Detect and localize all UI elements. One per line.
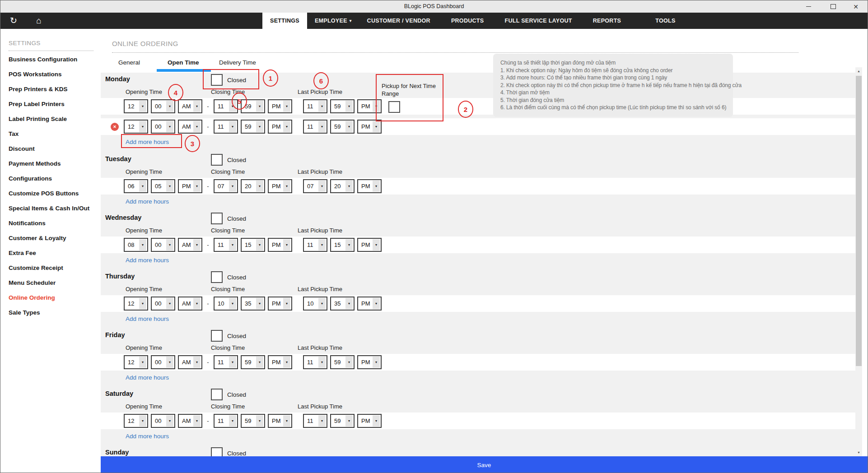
last-pickup-ampm-select[interactable]: PM▾ — [357, 179, 382, 193]
sidebar-item-pos-workstations[interactable]: POS Workstations — [9, 70, 62, 79]
last-pickup-hour-select[interactable]: 10▾ — [303, 297, 327, 311]
closing-hour-select[interactable]: 11▾ — [214, 238, 238, 252]
sidebar-item-sale-types[interactable]: Sale Types — [9, 308, 40, 317]
opening-minute-select[interactable]: 00▾ — [151, 414, 175, 428]
closing-minute-select[interactable]: 59▾ — [241, 414, 265, 428]
nav-item-tools[interactable]: TOOLS — [648, 13, 683, 29]
closing-hour-select[interactable]: 11▾ — [214, 355, 238, 369]
sidebar-item-configurations[interactable]: Configurations — [9, 174, 52, 183]
sidebar-item-prep-label-printers[interactable]: Prep Label Printers — [9, 100, 65, 109]
closing-minute-select[interactable]: 59▾ — [241, 355, 265, 369]
closed-checkbox[interactable] — [211, 330, 223, 342]
opening-hour-select[interactable]: 08▾ — [124, 238, 148, 252]
closed-checkbox[interactable] — [211, 213, 223, 224]
opening-minute-select[interactable]: 00▾ — [151, 99, 175, 113]
sidebar-item-online-ordering[interactable]: Online Ordering — [9, 293, 55, 302]
last-pickup-ampm-select[interactable]: PM▾ — [357, 414, 382, 428]
opening-ampm-select[interactable]: AM▾ — [178, 297, 202, 311]
nav-item-products[interactable]: PRODUCTS — [443, 13, 492, 29]
add-more-hours-link[interactable]: Add more hours — [126, 257, 169, 264]
vertical-scrollbar[interactable]: ▲ ▼ — [855, 67, 862, 456]
opening-ampm-select[interactable]: AM▾ — [178, 414, 202, 428]
closing-minute-select[interactable]: 59▾ — [241, 99, 265, 113]
add-more-hours-link[interactable]: Add more hours — [126, 198, 169, 205]
sidebar-item-customize-receipt[interactable]: Customize Receipt — [9, 264, 63, 273]
save-button[interactable]: Save — [101, 456, 868, 473]
opening-ampm-select[interactable]: AM▾ — [178, 355, 202, 369]
closing-ampm-select[interactable]: PM▾ — [268, 99, 292, 113]
last-pickup-minute-select[interactable]: 59▾ — [330, 355, 355, 369]
closing-ampm-select[interactable]: PM▾ — [268, 120, 292, 134]
closing-minute-select[interactable]: 15▾ — [241, 238, 265, 252]
closing-ampm-select[interactable]: PM▾ — [268, 297, 292, 311]
last-pickup-hour-select[interactable]: 11▾ — [303, 120, 327, 134]
closing-hour-select[interactable]: 07▾ — [214, 179, 238, 193]
closed-checkbox[interactable] — [211, 154, 223, 166]
opening-ampm-select[interactable]: AM▾ — [178, 238, 202, 252]
scrollbar-thumb[interactable] — [856, 76, 862, 366]
scroll-down-icon[interactable]: ▼ — [855, 449, 862, 456]
opening-ampm-select[interactable]: AM▾ — [178, 120, 202, 134]
opening-ampm-select[interactable]: AM▾ — [178, 99, 202, 113]
last-pickup-hour-select[interactable]: 11▾ — [303, 414, 327, 428]
last-pickup-hour-select[interactable]: 11▾ — [303, 238, 327, 252]
opening-hour-select[interactable]: 12▾ — [124, 355, 148, 369]
closing-minute-select[interactable]: 59▾ — [241, 120, 265, 134]
closed-checkbox[interactable] — [211, 271, 223, 283]
sidebar-item-discount[interactable]: Discount — [9, 144, 35, 153]
home-icon[interactable]: ⌂ — [32, 13, 46, 29]
closed-checkbox[interactable] — [211, 74, 223, 86]
sidebar-item-menu-scheduler[interactable]: Menu Scheduler — [9, 278, 56, 288]
nav-item-customer-vendor[interactable]: CUSTOMER / VENDOR — [359, 13, 438, 29]
last-pickup-hour-select[interactable]: 07▾ — [303, 179, 327, 193]
last-pickup-hour-select[interactable]: 11▾ — [303, 99, 327, 113]
opening-minute-select[interactable]: 00▾ — [151, 120, 175, 134]
minimize-button[interactable] — [801, 0, 816, 13]
close-button[interactable]: ✕ — [848, 0, 863, 13]
sidebar-item-label-printing-scale[interactable]: Label Printing Scale — [9, 115, 67, 124]
scroll-up-icon[interactable]: ▲ — [855, 67, 862, 75]
last-pickup-ampm-select[interactable]: PM▾ — [357, 238, 382, 252]
tab-delivery-time[interactable]: Delivery Time — [219, 57, 256, 69]
opening-minute-select[interactable]: 00▾ — [151, 238, 175, 252]
opening-minute-select[interactable]: 00▾ — [151, 297, 175, 311]
opening-hour-select[interactable]: 12▾ — [124, 414, 148, 428]
opening-hour-select[interactable]: 12▾ — [124, 297, 148, 311]
sidebar-item-extra-fee[interactable]: Extra Fee — [9, 249, 36, 258]
closing-ampm-select[interactable]: PM▾ — [268, 355, 292, 369]
closing-minute-select[interactable]: 35▾ — [241, 297, 265, 311]
add-more-hours-link[interactable]: Add more hours — [126, 139, 169, 145]
tab-open-time[interactable]: Open Time — [168, 57, 199, 69]
sidebar-item-tax[interactable]: Tax — [9, 130, 19, 139]
opening-minute-select[interactable]: 00▾ — [151, 355, 175, 369]
last-pickup-ampm-select[interactable]: PM▾ — [357, 120, 382, 134]
sidebar-item-customer-loyalty[interactable]: Customer & Loyalty — [9, 234, 66, 243]
sidebar-item-payment-methods[interactable]: Payment Methods — [9, 159, 61, 168]
closing-ampm-select[interactable]: PM▾ — [268, 414, 292, 428]
closing-hour-select[interactable]: 10▾ — [214, 297, 238, 311]
add-more-hours-link[interactable]: Add more hours — [126, 374, 169, 381]
closing-hour-select[interactable]: 11▾ — [214, 99, 238, 113]
sidebar-item-business-configuration[interactable]: Business Configuration — [9, 55, 77, 64]
closing-ampm-select[interactable]: PM▾ — [268, 179, 292, 193]
last-pickup-minute-select[interactable]: 20▾ — [330, 179, 355, 193]
last-pickup-minute-select[interactable]: 15▾ — [330, 238, 355, 252]
tab-general[interactable]: General — [118, 57, 140, 69]
closing-hour-select[interactable]: 11▾ — [214, 414, 238, 428]
opening-minute-select[interactable]: 05▾ — [151, 179, 175, 193]
sidebar-item-prep-printers-kds[interactable]: Prep Printers & KDS — [9, 85, 68, 94]
add-more-hours-link[interactable]: Add more hours — [126, 433, 169, 440]
nav-item-full-service-layout[interactable]: FULL SERVICE LAYOUT — [497, 13, 579, 29]
opening-ampm-select[interactable]: PM▾ — [178, 179, 202, 193]
closing-hour-select[interactable]: 11▾ — [214, 120, 238, 134]
opening-hour-select[interactable]: 12▾ — [124, 120, 148, 134]
last-pickup-ampm-select[interactable]: PM▾ — [357, 355, 382, 369]
sidebar-item-special-items-cash-in-out[interactable]: Special Items & Cash In/Out — [9, 204, 89, 213]
refresh-icon[interactable]: ↻ — [7, 13, 20, 29]
last-pickup-minute-select[interactable]: 59▾ — [330, 120, 355, 134]
last-pickup-hour-select[interactable]: 11▾ — [303, 355, 327, 369]
last-pickup-minute-select[interactable]: 59▾ — [330, 414, 355, 428]
closing-minute-select[interactable]: 20▾ — [241, 179, 265, 193]
last-pickup-minute-select[interactable]: 59▾ — [330, 99, 355, 113]
opening-hour-select[interactable]: 12▾ — [124, 99, 148, 113]
